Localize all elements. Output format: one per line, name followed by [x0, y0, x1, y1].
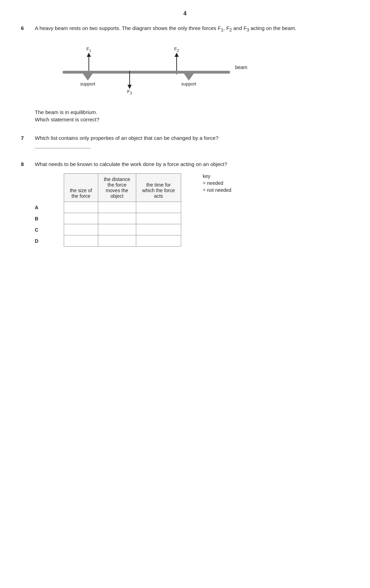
row-b-col3 [136, 213, 181, 224]
force-f2: F2 [174, 46, 179, 74]
equilibrium-text: The beam is in equilibrium. [35, 109, 349, 115]
question-6-block: 6 A heavy beam rests on two supports. Th… [21, 25, 349, 122]
page-number: 4 [21, 10, 349, 17]
support-right: support [181, 74, 196, 86]
row-d-col1 [64, 235, 98, 247]
col-empty [35, 174, 64, 202]
q8-text: What needs to be known to calculate the … [35, 161, 349, 167]
beam-diagram: F1 F2 beam support support [35, 39, 251, 102]
row-b-label: B [35, 213, 64, 224]
table-row-d: D [35, 235, 181, 247]
question-7-block: 7 Which list contains only properties of… [21, 135, 349, 149]
beam-body [63, 71, 230, 74]
row-a-label: A [35, 202, 64, 213]
force-f1: F1 [86, 46, 91, 74]
row-a-col3 [136, 202, 181, 213]
col-distance-header: the distancethe forcemoves theobject [98, 174, 136, 202]
f1-label: F1 [86, 46, 91, 53]
row-d-col2 [98, 235, 136, 247]
support-left-label: support [80, 81, 95, 86]
statement-text: Which statement is correct? [35, 116, 349, 122]
f2-arrow-head [175, 53, 179, 57]
row-d-col3 [136, 235, 181, 247]
beam-label: beam [235, 65, 247, 70]
row-a-col1 [64, 202, 98, 213]
support-left-triangle [83, 74, 93, 81]
row-b-col2 [98, 213, 136, 224]
key-block: key = needed = not needed [203, 173, 231, 194]
q7-number: 7 [21, 135, 29, 141]
q8-number: 8 [21, 161, 29, 167]
key-title: key [203, 173, 231, 179]
table-row-c: C [35, 224, 181, 235]
row-a-col2 [98, 202, 136, 213]
f2-label: F2 [174, 46, 179, 53]
support-left: support [80, 74, 95, 86]
table-row-b: B [35, 213, 181, 224]
q6-number: 6 [21, 25, 29, 32]
col-time-header: the time forwhich the forceacts [136, 174, 181, 202]
support-right-triangle [184, 74, 194, 81]
f1-arrow-head [87, 53, 91, 57]
key-not-needed: = not needed [203, 187, 231, 193]
row-b-col1 [64, 213, 98, 224]
row-c-label: C [35, 224, 64, 235]
q8-table: the size ofthe force the distancethe for… [35, 173, 181, 247]
q7-divider [35, 148, 91, 149]
f3-label: F3 [127, 89, 132, 95]
table-and-key: the size ofthe force the distancethe for… [35, 173, 349, 247]
key-needed: = needed [203, 180, 231, 186]
row-c-col2 [98, 224, 136, 235]
col-size-header: the size ofthe force [64, 174, 98, 202]
force-f3: F3 [127, 71, 132, 95]
q8-table-wrapper: the size ofthe force the distancethe for… [35, 173, 349, 247]
q6-text: A heavy beam rests on two supports. The … [35, 25, 349, 32]
row-c-col3 [136, 224, 181, 235]
table-row-a: A [35, 202, 181, 213]
q7-text: Which list contains only properties of a… [35, 135, 349, 141]
f3-arrow-head [128, 85, 132, 89]
row-d-label: D [35, 235, 64, 247]
support-right-label: support [181, 81, 196, 86]
f3-arrow-shaft [129, 71, 130, 85]
row-c-col1 [64, 224, 98, 235]
question-8-block: 8 What needs to be known to calculate th… [21, 161, 349, 247]
